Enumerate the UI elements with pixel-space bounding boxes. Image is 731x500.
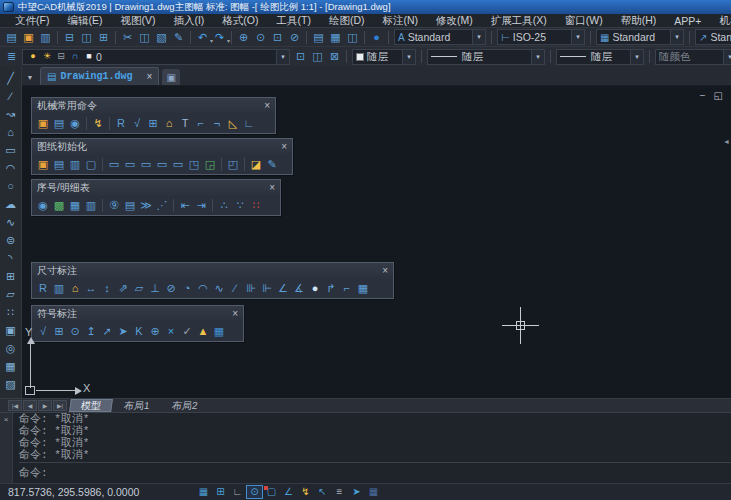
sheet-list-icon[interactable]: ▥ xyxy=(67,157,83,172)
datum-icon[interactable]: ⊞ xyxy=(51,324,67,339)
cut-icon[interactable]: ✂ xyxy=(119,30,136,45)
polygon-icon[interactable]: ⌂ xyxy=(2,123,20,141)
ellipse-icon[interactable]: ⊜ xyxy=(2,231,20,249)
chamfer-icon[interactable]: ◺ xyxy=(225,116,241,131)
chevron-down-icon[interactable]: ▾ xyxy=(402,50,415,64)
point-icon[interactable]: ∷ xyxy=(2,303,20,321)
panel-collapse-icon[interactable]: ◄ xyxy=(723,138,730,145)
rectangle-icon[interactable]: ▭ xyxy=(2,141,20,159)
cursor-mode-icon[interactable]: ➤ xyxy=(348,485,365,499)
balloon-merge-icon[interactable]: ∴ xyxy=(216,198,232,213)
close-icon[interactable]: × xyxy=(232,309,238,319)
datum-target-icon[interactable]: ↥ xyxy=(83,324,99,339)
minimize-window-icon[interactable]: − xyxy=(700,90,706,101)
bom-sort-icon[interactable]: ≫ xyxy=(138,198,154,213)
balloon-zoom-icon[interactable]: ◉ xyxy=(35,198,51,213)
drawing-canvas[interactable]: − ◱ ◄ 机械常用命令 × ▣▤◉↯R√⊞⌂T⌐¬◺∟ 图纸初始化 × xyxy=(22,86,731,398)
menu-modify[interactable]: 修改(M) xyxy=(427,14,482,28)
close-icon[interactable]: × xyxy=(382,266,388,276)
menu-app[interactable]: APP+ xyxy=(665,15,710,27)
menu-file[interactable]: 文件(F) xyxy=(6,14,58,28)
aligned-dim-icon[interactable]: ⇗ xyxy=(115,281,131,296)
polyline-icon[interactable]: ↝ xyxy=(2,105,20,123)
center-hole-icon[interactable]: ⊕ xyxy=(147,324,163,339)
roughness-icon[interactable]: √ xyxy=(35,324,51,339)
home-view-icon[interactable]: ⌂ xyxy=(161,116,177,131)
annotation-scale-icon[interactable]: ▦ xyxy=(365,485,382,499)
plot-preview-icon[interactable]: ◫ xyxy=(78,30,95,45)
ortho-toggle-icon[interactable]: ∟ xyxy=(229,485,246,499)
grid-toggle-icon[interactable]: ⊞ xyxy=(212,485,229,499)
radius-dim-icon[interactable]: ◔ xyxy=(179,281,195,296)
sheet-info-icon[interactable]: ◪ xyxy=(248,157,264,172)
tab-model[interactable]: 模型 xyxy=(69,399,113,412)
slope-symbol-icon[interactable]: ▲ xyxy=(195,324,211,339)
plot-icon[interactable]: ⊟ xyxy=(61,30,78,45)
tab-layout1[interactable]: 布局1 xyxy=(113,399,160,412)
close-icon[interactable]: × xyxy=(269,183,275,193)
frame-a1-icon[interactable]: ▭ xyxy=(122,157,138,172)
chevron-down-icon[interactable]: ▾ xyxy=(531,50,544,64)
table-style-combo[interactable]: ▦ Standard ▾ xyxy=(596,29,684,45)
region-icon[interactable]: ▣ xyxy=(2,321,20,339)
menu-express[interactable]: 扩展工具(X) xyxy=(482,14,556,28)
balloon-delete-icon[interactable]: ∷ xyxy=(248,198,264,213)
lineweight-toggle-icon[interactable]: ≡ xyxy=(331,485,348,499)
weld-symbol-icon[interactable]: ✓ xyxy=(179,324,195,339)
line-icon[interactable]: ╱ xyxy=(2,69,20,87)
center-mark-icon[interactable]: ● xyxy=(307,281,323,296)
menu-view[interactable]: 视图(V) xyxy=(111,14,164,28)
new-drawing-button[interactable]: ▣ xyxy=(162,69,180,85)
text-style-combo[interactable]: A Standard ▾ xyxy=(394,29,486,45)
bom-export-icon[interactable]: ▤ xyxy=(122,198,138,213)
tolerance-frame-icon[interactable]: ⊙ xyxy=(67,324,83,339)
tolerance-icon[interactable]: ⌐ xyxy=(339,281,355,296)
balloon-align-right-icon[interactable]: ⇥ xyxy=(193,198,209,213)
balloon-number-icon[interactable]: ⑨ xyxy=(106,198,122,213)
open-drawing-icon[interactable]: ▣ xyxy=(35,116,51,131)
document-tab[interactable]: ▤ Drawing1.dwg × xyxy=(40,67,159,85)
linear-dim-icon[interactable]: ↔ xyxy=(83,281,99,296)
scale-symbol-icon[interactable]: K xyxy=(131,324,147,339)
open-sheet-icon[interactable]: ▣ xyxy=(35,157,51,172)
layer-states-icon[interactable]: ⊠ xyxy=(326,49,343,64)
title-block-edit-icon[interactable]: ◰ xyxy=(225,157,241,172)
dim-image-icon[interactable]: ▥ xyxy=(51,281,67,296)
menu-window[interactable]: 窗口(W) xyxy=(556,14,612,28)
balloon-insert-icon[interactable]: ▩ xyxy=(51,198,67,213)
arc-icon[interactable]: ◠ xyxy=(2,159,20,177)
continue-dim-icon[interactable]: ⊩ xyxy=(259,281,275,296)
layer-previous-icon[interactable]: ◫ xyxy=(309,49,326,64)
sheet-settings-icon[interactable]: ▢ xyxy=(83,157,99,172)
diameter-dim-icon[interactable]: ⊘ xyxy=(163,281,179,296)
chevron-down-icon[interactable]: ▾ xyxy=(670,30,683,44)
restore-window-icon[interactable]: ◱ xyxy=(714,90,723,101)
save-sheet-icon[interactable]: ▤ xyxy=(51,157,67,172)
copy-icon[interactable]: ◫ xyxy=(136,30,153,45)
next-tab-icon[interactable]: ▶ xyxy=(38,400,52,411)
rotated-dim-icon[interactable]: ▱ xyxy=(131,281,147,296)
frame-a2-icon[interactable]: ▭ xyxy=(138,157,154,172)
oblique-dim-icon[interactable]: ∕ xyxy=(227,281,243,296)
step-line-icon[interactable]: ∟ xyxy=(241,116,257,131)
insert-block-icon[interactable]: ⊞ xyxy=(2,267,20,285)
make-current-layer-icon[interactable]: ⊡ xyxy=(292,49,309,64)
draft-settings-icon[interactable]: R xyxy=(113,116,129,131)
dyn-input-toggle-icon[interactable]: ↯ xyxy=(297,485,314,499)
command-history[interactable]: 命令: *取消*命令: *取消*命令: *取消*命令: *取消* 命令: xyxy=(13,413,731,483)
block-library-icon[interactable]: ▦ xyxy=(211,324,227,339)
menu-edit[interactable]: 编辑(E) xyxy=(58,14,111,28)
menu-mechanical[interactable]: 机械(J) xyxy=(710,14,731,28)
menu-help[interactable]: 帮助(H) xyxy=(612,14,666,28)
pan-icon[interactable]: ⊕ xyxy=(235,30,252,45)
quick-calc-icon[interactable]: ▦ xyxy=(327,30,344,45)
corner-weld-icon[interactable]: ⌐ xyxy=(193,116,209,131)
frame-custom-icon[interactable]: ◳ xyxy=(186,157,202,172)
designcenter-icon[interactable]: ◫ xyxy=(344,30,361,45)
paste-icon[interactable]: ▧ xyxy=(153,30,170,45)
properties-icon[interactable]: ▤ xyxy=(310,30,327,45)
menu-tools[interactable]: 工具(T) xyxy=(268,14,320,28)
balloon-split-icon[interactable]: ∵ xyxy=(232,198,248,213)
chevron-down-icon[interactable]: ▾ xyxy=(472,30,485,44)
new-file-icon[interactable]: ▤ xyxy=(3,30,20,45)
